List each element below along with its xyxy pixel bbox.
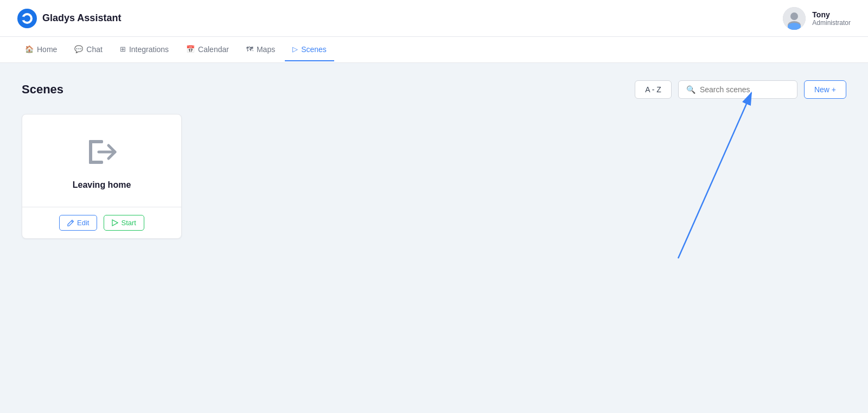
page-header: Scenes A - Z 🔍 New + bbox=[22, 80, 846, 99]
nav-item-scenes[interactable]: ▷ Scenes bbox=[285, 39, 334, 61]
maps-icon: 🗺 bbox=[246, 45, 253, 53]
start-scene-button[interactable]: Start bbox=[104, 215, 144, 231]
edit-scene-button[interactable]: Edit bbox=[59, 215, 97, 231]
user-name: Tony bbox=[812, 10, 829, 19]
svg-line-12 bbox=[72, 221, 73, 223]
svg-marker-13 bbox=[112, 220, 118, 226]
app-header: Gladys Assistant Tony Administrator bbox=[0, 0, 868, 37]
nav-item-chat[interactable]: 💬 Chat bbox=[67, 39, 110, 61]
svg-point-5 bbox=[790, 12, 798, 20]
svg-rect-8 bbox=[89, 140, 92, 164]
scene-card-leaving-home: Leaving home Edit Start bbox=[22, 114, 182, 239]
nav-item-integrations[interactable]: ⊞ Integrations bbox=[112, 39, 176, 61]
scene-leaving-home-icon bbox=[87, 137, 117, 171]
page-title: Scenes bbox=[22, 82, 63, 97]
edit-icon bbox=[67, 219, 74, 226]
app-title: Gladys Assistant bbox=[42, 12, 121, 24]
user-info: Tony Administrator bbox=[812, 10, 851, 27]
nav-item-calendar[interactable]: 📅 Calendar bbox=[178, 39, 237, 61]
nav-label-home: Home bbox=[37, 45, 57, 54]
nav-label-integrations: Integrations bbox=[129, 45, 169, 54]
avatar bbox=[783, 7, 806, 30]
sort-button[interactable]: A - Z bbox=[635, 80, 672, 99]
new-scene-button[interactable]: New + bbox=[804, 80, 846, 99]
nav-label-calendar: Calendar bbox=[198, 45, 229, 54]
nav-item-home[interactable]: 🏠 Home bbox=[17, 39, 65, 61]
logo-area: Gladys Assistant bbox=[17, 9, 121, 28]
home-icon: 🏠 bbox=[25, 45, 34, 53]
main-nav: 🏠 Home 💬 Chat ⊞ Integrations 📅 Calendar … bbox=[0, 37, 868, 63]
svg-point-2 bbox=[24, 15, 30, 22]
search-input[interactable] bbox=[700, 85, 789, 94]
nav-item-maps[interactable]: 🗺 Maps bbox=[239, 39, 283, 61]
scene-name-leaving-home: Leaving home bbox=[73, 180, 131, 190]
scene-card-body: Leaving home bbox=[22, 115, 181, 207]
svg-rect-9 bbox=[89, 140, 103, 143]
chat-icon: 💬 bbox=[74, 45, 83, 53]
nav-label-maps: Maps bbox=[257, 45, 275, 54]
search-icon: 🔍 bbox=[686, 85, 695, 94]
nav-label-scenes: Scenes bbox=[301, 45, 327, 54]
scenes-grid: Leaving home Edit Start bbox=[22, 114, 846, 239]
main-content: Scenes A - Z 🔍 New + bbox=[0, 63, 868, 413]
user-role: Administrator bbox=[812, 19, 851, 27]
integrations-icon: ⊞ bbox=[120, 45, 126, 53]
nav-label-chat: Chat bbox=[86, 45, 103, 54]
user-area: Tony Administrator bbox=[783, 7, 851, 30]
scenes-icon: ▷ bbox=[292, 45, 298, 53]
toolbar-controls: A - Z 🔍 New + bbox=[635, 80, 846, 99]
calendar-icon: 📅 bbox=[186, 45, 195, 53]
search-box: 🔍 bbox=[678, 80, 797, 99]
svg-point-3 bbox=[21, 16, 25, 20]
app-logo-icon bbox=[17, 9, 37, 28]
svg-rect-10 bbox=[89, 161, 103, 164]
play-icon bbox=[112, 219, 118, 226]
scene-card-footer: Edit Start bbox=[22, 207, 181, 238]
